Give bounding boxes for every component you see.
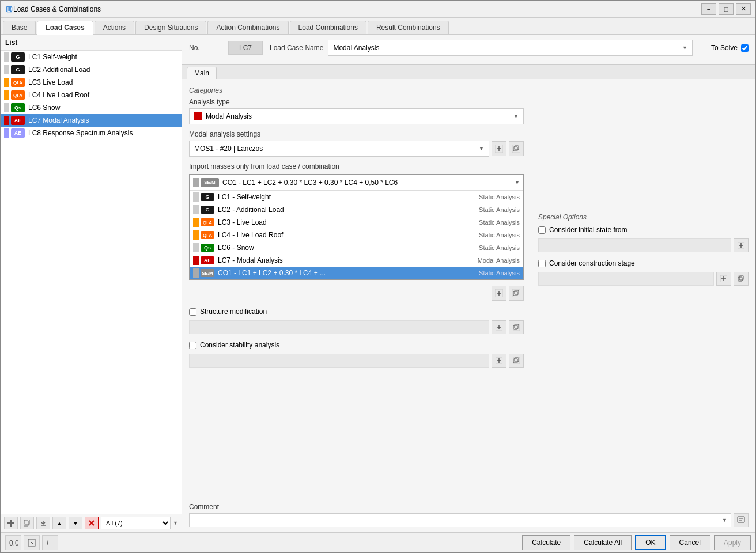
list-buttons <box>189 286 524 301</box>
analysis-type-wrapper: Modal Analysis ▼ <box>189 108 524 124</box>
item-badge: G <box>11 52 25 62</box>
sort-up-button[interactable]: ▲ <box>52 517 66 529</box>
color-bar <box>4 65 9 74</box>
import-button[interactable] <box>36 517 50 529</box>
initial-state-label: Consider initial state from <box>549 226 627 234</box>
dropdown-item-lc6[interactable]: Qs LC6 - Snow Static Analysis <box>190 241 523 254</box>
name-dropdown-chevron: ▼ <box>682 45 687 51</box>
construction-stage-input <box>538 272 714 286</box>
sort-down-button[interactable]: ▼ <box>69 517 82 529</box>
color-bar <box>4 116 9 125</box>
color-bar <box>4 78 9 87</box>
dropdown-item-lc1[interactable]: G LC1 - Self-weight Static Analysis <box>190 191 523 203</box>
svg-line-31 <box>31 541 33 544</box>
item-badge: G <box>11 65 25 74</box>
construction-stage-copy-btn[interactable] <box>734 272 749 286</box>
modal-settings-copy-btn[interactable] <box>509 141 524 156</box>
no-label: No. <box>189 44 224 52</box>
minimize-button[interactable]: − <box>701 3 716 15</box>
stability-checkbox[interactable] <box>189 342 196 349</box>
cancel-button[interactable]: Cancel <box>670 535 710 550</box>
construction-stage-label: Consider construction stage <box>549 259 635 267</box>
comment-label: Comment <box>189 503 749 511</box>
item-type: Static Analysis <box>479 219 520 226</box>
filter-select[interactable]: All (7) <box>101 517 171 529</box>
dropdown-item-co1[interactable]: SE/M CO1 - LC1 + LC2 + 0.30 * LC4 + ... … <box>190 267 523 279</box>
ok-button[interactable]: OK <box>635 535 666 550</box>
construction-stage-add-btn[interactable] <box>716 272 731 286</box>
bottom-toolbar: 0.00 f Calculate Calculate All OK Cancel… <box>1 532 755 552</box>
tab-load-combinations[interactable]: Load Combinations <box>290 21 366 34</box>
structure-mod-copy-btn[interactable] <box>509 320 524 334</box>
item-name: LC1 - Self-weight <box>218 193 479 201</box>
calculate-button[interactable]: Calculate <box>522 535 570 550</box>
item-badge: AE <box>11 128 25 138</box>
special-options-title: Special Options <box>538 213 749 221</box>
delete-button[interactable] <box>85 517 99 529</box>
dropdown-item-lc3[interactable]: QI A LC3 - Live Load Static Analysis <box>190 216 523 229</box>
list-copy-btn[interactable] <box>509 286 524 301</box>
list-add-btn[interactable] <box>492 286 506 301</box>
item-badge: QI A <box>201 218 214 226</box>
construction-stage-checkbox[interactable] <box>538 260 546 267</box>
dropdown-header-row[interactable]: SE/M CO1 - LC1 + LC2 + 0.30 * LC3 + 0.30… <box>190 175 523 191</box>
list-item[interactable]: AE LC8 Response Spectrum Analysis <box>1 127 182 139</box>
comment-chevron: ▼ <box>722 517 727 523</box>
dropdown-item-lc7[interactable]: AE LC7 - Modal Analysis Modal Analysis <box>190 254 523 267</box>
close-button[interactable]: ✕ <box>736 3 751 15</box>
list-item[interactable]: G LC1 Self-weight <box>1 51 182 63</box>
copy-button[interactable] <box>20 517 34 529</box>
stability-row: Consider stability analysis <box>189 341 524 349</box>
tab-action-combinations[interactable]: Action Combinations <box>207 21 288 34</box>
list-item[interactable]: QI A LC3 Live Load <box>1 76 182 89</box>
modal-settings-select[interactable]: MOS1 - #20 | Lanczos ▼ <box>189 141 489 157</box>
color-strip <box>193 178 199 187</box>
red-square <box>194 112 202 120</box>
item-badge: SE/M <box>201 269 214 277</box>
list-item[interactable]: G LC2 Additional Load <box>1 63 182 76</box>
window-title: Load Cases & Combinations <box>13 5 701 13</box>
import-label: Import masses only from load case / comb… <box>189 162 524 171</box>
tab-actions[interactable]: Actions <box>94 21 134 34</box>
form-area: No. LC7 Load Case Name Modal Analysis ▼ … <box>182 35 755 65</box>
item-badge: QI A <box>201 231 214 239</box>
list-item[interactable]: QI A LC4 Live Load Roof <box>1 89 182 101</box>
tab-base[interactable]: Base <box>3 21 36 34</box>
color-strip <box>193 256 199 265</box>
stability-add-btn[interactable] <box>492 354 506 368</box>
initial-state-checkbox[interactable] <box>538 226 546 234</box>
item-type: Static Analysis <box>479 194 520 200</box>
restore-button[interactable]: □ <box>719 3 734 15</box>
structure-mod-checkbox[interactable] <box>189 308 196 316</box>
initial-state-btn[interactable] <box>734 238 749 252</box>
dropdown-item-lc4[interactable]: QI A LC4 - Live Load Roof Static Analysi… <box>190 229 523 241</box>
item-type: Static Analysis <box>479 206 520 213</box>
add-button[interactable] <box>4 517 18 529</box>
comment-btn[interactable] <box>734 513 749 527</box>
tab-load-cases[interactable]: Load Cases <box>37 21 93 35</box>
load-case-name-dropdown[interactable]: Modal Analysis ▼ <box>328 40 693 56</box>
svg-rect-28 <box>738 517 744 522</box>
structure-mod-add-btn[interactable] <box>492 320 506 334</box>
tab-design-situations[interactable]: Design Situations <box>135 21 206 34</box>
list-item[interactable]: Qs LC6 Snow <box>1 101 182 114</box>
comment-select[interactable]: ▼ <box>189 513 731 527</box>
window-controls: − □ ✕ <box>701 3 751 15</box>
content-tab-main[interactable]: Main <box>187 67 217 79</box>
modal-settings-add-btn[interactable] <box>492 141 506 156</box>
item-label: LC1 Self-weight <box>28 53 77 61</box>
dropdown-chevron: ▼ <box>515 180 520 185</box>
units-btn[interactable] <box>24 535 40 550</box>
list-item-selected[interactable]: AE LC7 Modal Analysis <box>1 114 182 127</box>
stability-input-row <box>189 354 524 368</box>
formula-btn[interactable]: f <box>42 535 58 550</box>
analysis-type-dropdown[interactable]: Modal Analysis ▼ <box>189 108 524 124</box>
apply-button[interactable]: Apply <box>714 535 751 550</box>
analysis-type-chevron: ▼ <box>513 113 519 119</box>
to-solve-checkbox[interactable] <box>741 44 749 52</box>
tab-result-combinations[interactable]: Result Combinations <box>368 21 449 34</box>
dropdown-item-lc2[interactable]: G LC2 - Additional Load Static Analysis <box>190 203 523 216</box>
stability-copy-btn[interactable] <box>509 354 524 368</box>
numbers-btn[interactable]: 0.00 <box>5 535 21 550</box>
calculate-all-button[interactable]: Calculate All <box>574 535 632 550</box>
